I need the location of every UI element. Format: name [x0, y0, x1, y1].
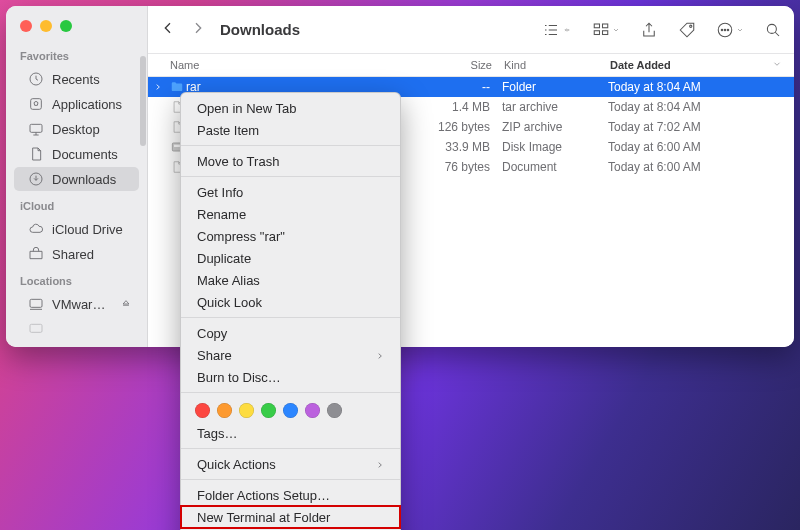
menu-separator: [181, 392, 400, 393]
file-kind: Folder: [502, 80, 608, 94]
file-size: 76 bytes: [414, 160, 502, 174]
share-button[interactable]: [640, 21, 658, 39]
tags-button[interactable]: [678, 21, 696, 39]
tag-color-dot[interactable]: [305, 403, 320, 418]
sidebar-item-shared[interactable]: Shared: [14, 242, 139, 266]
svg-rect-8: [594, 30, 599, 34]
svg-rect-2: [30, 124, 42, 132]
tag-color-dot[interactable]: [217, 403, 232, 418]
menu-quick-look[interactable]: Quick Look: [181, 291, 400, 313]
file-size: 126 bytes: [414, 120, 502, 134]
svg-rect-5: [30, 324, 42, 332]
menu-duplicate[interactable]: Duplicate: [181, 247, 400, 269]
disclosure-triangle-icon[interactable]: [154, 80, 168, 94]
sidebar-item-label: Shared: [52, 247, 94, 262]
tag-color-dot[interactable]: [283, 403, 298, 418]
sidebar-item-label: Recents: [52, 72, 100, 87]
eject-icon[interactable]: [121, 297, 131, 312]
menu-folder-actions-setup[interactable]: Folder Actions Setup…: [181, 484, 400, 506]
menu-tag-colors[interactable]: [181, 397, 400, 422]
back-button[interactable]: [160, 20, 176, 40]
sidebar-item-recents[interactable]: Recents: [14, 67, 139, 91]
toolbar-actions: [542, 21, 782, 39]
file-date: Today at 7:02 AM: [608, 120, 794, 134]
submenu-arrow-icon: [376, 457, 384, 472]
menu-copy[interactable]: Copy: [181, 322, 400, 344]
shared-icon: [28, 246, 44, 262]
sidebar-item-label: Documents: [52, 147, 118, 162]
column-kind[interactable]: Kind: [504, 59, 610, 71]
menu-get-info[interactable]: Get Info: [181, 181, 400, 203]
sidebar-item-label: Downloads: [52, 172, 116, 187]
minimize-window-button[interactable]: [40, 20, 52, 32]
menu-rename[interactable]: Rename: [181, 203, 400, 225]
file-size: --: [414, 80, 502, 94]
menu-make-alias[interactable]: Make Alias: [181, 269, 400, 291]
tag-color-dot[interactable]: [239, 403, 254, 418]
file-kind: Document: [502, 160, 608, 174]
sort-chevron-icon: [772, 59, 782, 71]
search-button[interactable]: [764, 21, 782, 39]
sidebar-item-label: Desktop: [52, 122, 100, 137]
column-date-added[interactable]: Date Added: [610, 59, 794, 71]
file-size: 33.9 MB: [414, 140, 502, 154]
window-title: Downloads: [220, 21, 300, 38]
svg-rect-4: [30, 299, 42, 307]
file-size: 1.4 MB: [414, 100, 502, 114]
column-name[interactable]: Name: [170, 59, 416, 71]
forward-button[interactable]: [190, 20, 206, 40]
menu-separator: [181, 145, 400, 146]
menu-separator: [181, 448, 400, 449]
close-window-button[interactable]: [20, 20, 32, 32]
sidebar-item-icloud-drive[interactable]: iCloud Drive: [14, 217, 139, 241]
menu-burn-to-disc[interactable]: Burn to Disc…: [181, 366, 400, 388]
svg-rect-1: [31, 99, 42, 110]
downloads-icon: [28, 171, 44, 187]
sidebar-item-documents[interactable]: Documents: [14, 142, 139, 166]
applications-icon: [28, 96, 44, 112]
more-button[interactable]: [716, 21, 744, 39]
menu-open-new-tab[interactable]: Open in New Tab: [181, 97, 400, 119]
menu-separator: [181, 176, 400, 177]
sidebar-item-truncated[interactable]: [14, 317, 139, 341]
menu-quick-actions[interactable]: Quick Actions: [181, 453, 400, 475]
tag-color-dot[interactable]: [327, 403, 342, 418]
svg-point-14: [727, 29, 729, 31]
nav-buttons: [160, 20, 206, 40]
file-date: Today at 6:00 AM: [608, 140, 794, 154]
sidebar-item-label: iCloud Drive: [52, 222, 123, 237]
file-date: Today at 8:04 AM: [608, 100, 794, 114]
menu-share[interactable]: Share: [181, 344, 400, 366]
sidebar-section-favorites: Favorites: [6, 42, 147, 66]
svg-point-10: [690, 25, 692, 27]
sidebar-item-label: VMwar…: [52, 297, 105, 312]
svg-rect-7: [603, 24, 608, 28]
sidebar-item-label: Applications: [52, 97, 122, 112]
sidebar-item-applications[interactable]: Applications: [14, 92, 139, 116]
sidebar-section-locations: Locations: [6, 267, 147, 291]
menu-compress[interactable]: Compress "rar": [181, 225, 400, 247]
menu-separator: [181, 479, 400, 480]
svg-rect-6: [594, 24, 599, 28]
maximize-window-button[interactable]: [60, 20, 72, 32]
tag-color-dot[interactable]: [261, 403, 276, 418]
sidebar-scrollbar[interactable]: [140, 56, 146, 146]
tag-color-dot[interactable]: [195, 403, 210, 418]
column-size[interactable]: Size: [416, 59, 504, 71]
group-button[interactable]: [592, 21, 620, 39]
menu-separator: [181, 317, 400, 318]
file-date: Today at 6:00 AM: [608, 160, 794, 174]
context-menu: Open in New Tab Paste Item Move to Trash…: [180, 92, 401, 530]
view-mode-button[interactable]: [542, 21, 572, 39]
desktop-icon: [28, 121, 44, 137]
sidebar-item-desktop[interactable]: Desktop: [14, 117, 139, 141]
menu-tags[interactable]: Tags…: [181, 422, 400, 444]
menu-paste-item[interactable]: Paste Item: [181, 119, 400, 141]
svg-rect-9: [603, 30, 608, 34]
menu-new-terminal-at-folder[interactable]: New Terminal at Folder: [181, 506, 400, 528]
sidebar-item-downloads[interactable]: Downloads: [14, 167, 139, 191]
menu-move-to-trash[interactable]: Move to Trash: [181, 150, 400, 172]
sidebar-item-vmware[interactable]: VMwar…: [14, 292, 139, 316]
file-kind: ZIP archive: [502, 120, 608, 134]
column-headers[interactable]: Name Size Kind Date Added: [148, 54, 794, 77]
